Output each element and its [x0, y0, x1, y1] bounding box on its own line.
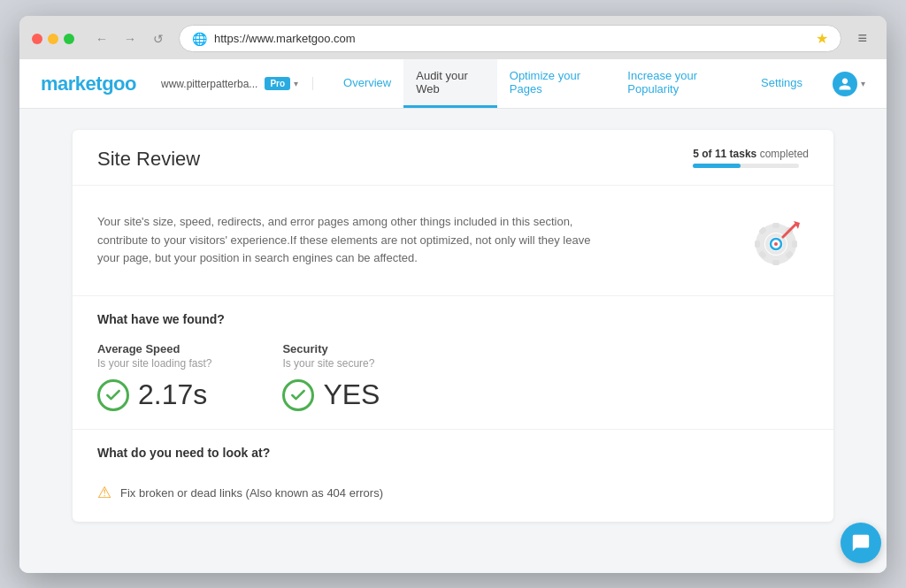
- nav-audit[interactable]: Audit your Web: [403, 59, 497, 108]
- minimize-button[interactable]: [48, 34, 58, 44]
- nav-optimize[interactable]: Optimize your Pages: [497, 59, 616, 108]
- address-bar[interactable]: 🌐 https://www.marketgoo.com ★: [179, 25, 841, 52]
- site-review-header: Site Review 5 of 11 tasks completed: [73, 130, 833, 186]
- browser-menu-button[interactable]: ≡: [850, 26, 874, 51]
- close-button[interactable]: [32, 34, 42, 44]
- speed-check-icon: [97, 379, 129, 411]
- site-name: www.pitterpatterba...: [161, 78, 257, 90]
- logo[interactable]: marketgoo: [41, 73, 136, 95]
- description-text: Your site's size, speed, redirects, and …: [97, 213, 593, 268]
- svg-rect-4: [755, 241, 760, 248]
- progress-bar-container: [693, 164, 799, 168]
- warning-icon: ⚠: [97, 483, 111, 502]
- site-review-card: Site Review 5 of 11 tasks completed Your…: [73, 130, 833, 522]
- warning-item-404: ⚠ Fix broken or dead links (Also known a…: [97, 476, 809, 509]
- browser-window: ← → ↺ 🌐 https://www.marketgoo.com ★ ≡ ma…: [19, 16, 887, 573]
- svg-rect-5: [792, 241, 797, 248]
- metrics-row: Average Speed Is your site loading fast?…: [97, 342, 809, 411]
- user-avatar: [833, 72, 857, 96]
- found-section: What have we found? Average Speed Is you…: [73, 296, 833, 430]
- gear-target-icon: [738, 205, 809, 276]
- site-selector[interactable]: www.pitterpatterba... Pro ▾: [161, 77, 313, 90]
- user-menu[interactable]: ▾: [833, 72, 865, 96]
- progress-bar-fill: [693, 164, 741, 168]
- found-section-title: What have we found?: [97, 312, 809, 326]
- forward-button[interactable]: →: [119, 27, 142, 50]
- svg-point-11: [774, 242, 778, 246]
- metric-security: Security Is your site secure? YES: [282, 342, 380, 411]
- metric-security-name: Security: [282, 342, 380, 355]
- user-chevron-icon: ▾: [861, 79, 865, 88]
- site-chevron-icon: ▾: [294, 79, 298, 88]
- description-section: Your site's size, speed, redirects, and …: [73, 186, 833, 296]
- url-text: https://www.marketgoo.com: [214, 32, 809, 45]
- browser-nav: ← → ↺: [90, 27, 170, 50]
- security-check-icon: [282, 379, 314, 411]
- nav-overview[interactable]: Overview: [331, 59, 403, 108]
- nav-settings[interactable]: Settings: [749, 59, 815, 108]
- metric-security-value: YES: [323, 378, 380, 411]
- nav-popularity[interactable]: Increase your Popularity: [615, 59, 749, 108]
- need-section: What do you need to look at? ⚠ Fix broke…: [73, 430, 833, 522]
- back-button[interactable]: ←: [90, 27, 113, 50]
- metric-security-sub: Is your site secure?: [282, 357, 380, 370]
- maximize-button[interactable]: [64, 34, 74, 44]
- progress-suffix: completed: [760, 148, 809, 160]
- metric-security-value-row: YES: [282, 378, 380, 411]
- bookmark-icon[interactable]: ★: [816, 30, 828, 47]
- metric-speed-value: 2.17s: [138, 378, 207, 411]
- svg-rect-2: [772, 223, 779, 228]
- warning-text: Fix broken or dead links (Also known as …: [120, 486, 383, 500]
- nav-links: Overview Audit your Web Optimize your Pa…: [331, 59, 815, 108]
- app-content: marketgoo www.pitterpatterba... Pro ▾ Ov…: [19, 59, 887, 573]
- metric-speed: Average Speed Is your site loading fast?…: [97, 342, 211, 411]
- reload-button[interactable]: ↺: [147, 27, 170, 50]
- site-review-title: Site Review: [97, 148, 200, 171]
- metric-speed-value-row: 2.17s: [97, 378, 211, 411]
- svg-rect-3: [772, 260, 779, 265]
- browser-titlebar: ← → ↺ 🌐 https://www.marketgoo.com ★ ≡: [19, 16, 887, 59]
- globe-icon: 🌐: [192, 32, 207, 46]
- pro-badge: Pro: [265, 77, 290, 90]
- main-area: Site Review 5 of 11 tasks completed Your…: [19, 109, 887, 573]
- progress-label: 5 of 11 tasks completed: [693, 148, 809, 160]
- metric-speed-sub: Is your site loading fast?: [97, 357, 211, 370]
- need-section-title: What do you need to look at?: [97, 446, 809, 460]
- progress-count: 5 of 11 tasks: [693, 148, 756, 160]
- chat-bubble[interactable]: [841, 523, 881, 563]
- metric-speed-name: Average Speed: [97, 342, 211, 355]
- top-nav: marketgoo www.pitterpatterba... Pro ▾ Ov…: [19, 59, 887, 109]
- traffic-lights: [32, 34, 74, 44]
- progress-info: 5 of 11 tasks completed: [693, 148, 809, 168]
